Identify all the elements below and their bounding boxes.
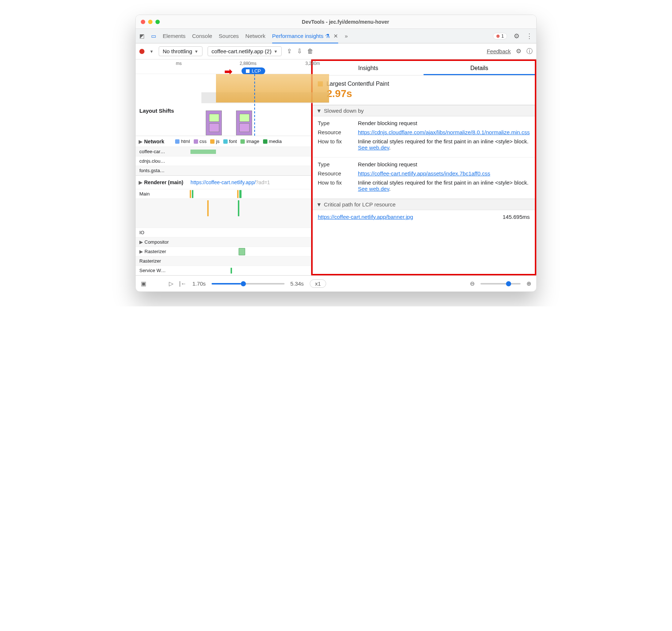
rewind-icon[interactable]: |← [179, 280, 186, 287]
critical-path-header[interactable]: ▼Critical path for LCP resource [313, 199, 535, 210]
record-button[interactable] [139, 49, 144, 54]
settings-icon[interactable]: ⚙ [514, 32, 520, 40]
window-title: DevTools - jec.fyi/demo/menu-hover [160, 19, 531, 25]
network-legend: html css js font image media [175, 139, 282, 144]
layout-shift-thumb[interactable] [236, 111, 252, 135]
error-icon: ⊗ [496, 34, 500, 39]
chevron-down-icon: ▼ [316, 201, 322, 208]
lcp-value: 2.97s [327, 88, 530, 100]
renderer-row[interactable]: Rasterizer [136, 256, 311, 266]
square-icon [246, 69, 250, 73]
renderer-row[interactable]: IO [136, 228, 311, 237]
throttle-dropdown[interactable]: No throttling▼ [159, 46, 202, 56]
slowed-block: TypeRender blocking request Resourcehttp… [313, 158, 535, 199]
webdev-link[interactable]: See web.dev [358, 186, 389, 192]
layout-shift-thumb[interactable] [206, 111, 222, 135]
speed-button[interactable]: x1 [310, 279, 327, 288]
import-icon[interactable]: ⇩ [297, 47, 302, 55]
gear-icon[interactable]: ⚙ [516, 47, 521, 55]
zoom-out-icon[interactable]: ⊖ [470, 280, 475, 287]
critical-resource-link[interactable]: https://coffee-cart.netlify.app/banner.j… [318, 214, 413, 220]
time-slider[interactable] [212, 283, 285, 284]
main-tab-bar: ◩ ▭ Elements Console Sources Network Per… [136, 29, 536, 43]
devtools-window: DevTools - jec.fyi/demo/menu-hover ◩ ▭ E… [135, 15, 537, 292]
network-row[interactable]: cdnjs.clou… [136, 156, 311, 166]
zoom-in-icon[interactable]: ⊕ [526, 280, 531, 287]
renderer-row[interactable]: Service W… [136, 266, 311, 275]
tab-performance-insights[interactable]: Performance insights ⚗ ✕ [272, 33, 338, 43]
renderer-row [136, 199, 311, 228]
zoom-slider[interactable] [480, 283, 521, 284]
more-tabs-icon[interactable]: » [345, 33, 348, 39]
insights-toolbar: ▼ No throttling▼ coffee-cart.netlify.app… [136, 43, 536, 59]
chevron-down-icon: ▼ [316, 108, 322, 114]
resource-link[interactable]: https://cdnjs.cloudflare.com/ajax/libs/n… [358, 129, 530, 135]
close-icon[interactable] [141, 20, 145, 24]
flask-icon: ⚗ [325, 33, 330, 39]
critical-resource-time: 145.695ms [503, 214, 530, 220]
export-icon[interactable]: ⇪ [287, 47, 292, 55]
time-start: 1.70s [192, 280, 206, 287]
tab-insights[interactable]: Insights [313, 61, 424, 75]
minimize-icon[interactable] [148, 20, 152, 24]
details-panel: Insights Details Largest Contentful Pain… [311, 59, 536, 275]
inspect-icon[interactable]: ◩ [139, 33, 144, 39]
close-tab-icon[interactable]: ✕ [333, 33, 338, 39]
more-menu-icon[interactable]: ⋮ [526, 32, 533, 40]
network-row[interactable]: fonts.gsta… [136, 166, 311, 175]
tab-sources[interactable]: Sources [219, 33, 239, 39]
expand-icon[interactable]: ▶ [139, 179, 143, 185]
lcp-time-line [254, 74, 255, 136]
device-toggle-icon[interactable]: ▭ [151, 33, 156, 39]
renderer-url-link[interactable]: https://coffee-cart.netlify.app/?ad=1 [190, 179, 270, 185]
renderer-row[interactable]: Main [136, 189, 311, 199]
maximize-icon[interactable] [155, 20, 160, 24]
renderer-row[interactable]: ▶Rasterizer [136, 247, 311, 256]
play-icon[interactable]: ▷ [169, 280, 173, 287]
delete-icon[interactable]: 🗑 [307, 48, 313, 55]
chevron-down-icon: ▼ [274, 49, 278, 54]
time-end: 5.34s [290, 280, 304, 287]
renderer-row[interactable]: ▶Compositor [136, 237, 311, 247]
tab-console[interactable]: Console [192, 33, 212, 39]
tab-details[interactable]: Details [424, 61, 535, 75]
profile-dropdown[interactable]: coffee-cart.netlify.app (2)▼ [208, 46, 282, 56]
expand-icon[interactable]: ▶ [139, 139, 143, 144]
renderer-section-label: Renderer (main) [144, 179, 183, 185]
toggle-overlay-icon[interactable]: ▣ [141, 280, 146, 287]
tab-elements[interactable]: Elements [163, 33, 186, 39]
timeline-ruler: ms 2,880ms 3,200m LCP [136, 59, 311, 74]
title-bar: DevTools - jec.fyi/demo/menu-hover [136, 15, 536, 29]
slowed-block: TypeRender blocking request Resourcehttp… [313, 116, 535, 158]
tab-network[interactable]: Network [246, 33, 266, 39]
layout-shifts-label: Layout Shifts [139, 108, 174, 114]
webdev-link[interactable]: See web.dev [358, 144, 389, 151]
timeline-panel: ms 2,880ms 3,200m LCP Layout Shifts ▶ Ne… [136, 59, 311, 275]
slowed-down-header[interactable]: ▼Slowed down by [313, 105, 535, 116]
playback-footer: ▣ ▷ |← 1.70s 5.34s x1 ⊖ ⊕ [136, 275, 536, 291]
feedback-link[interactable]: Feedback [487, 48, 511, 54]
help-icon[interactable]: ⓘ [526, 47, 533, 55]
lcp-title: Largest Contentful Paint [327, 81, 389, 87]
network-section-label: Network [144, 139, 164, 144]
chevron-down-icon: ▼ [194, 49, 198, 54]
resource-link[interactable]: https://coffee-cart.netlify.app/assets/i… [358, 170, 490, 177]
record-dropdown-icon[interactable]: ▼ [150, 49, 154, 54]
lcp-marker[interactable]: LCP [242, 67, 265, 74]
network-row[interactable]: coffee-car… [136, 147, 311, 156]
error-badge[interactable]: ⊗1 [493, 33, 507, 39]
